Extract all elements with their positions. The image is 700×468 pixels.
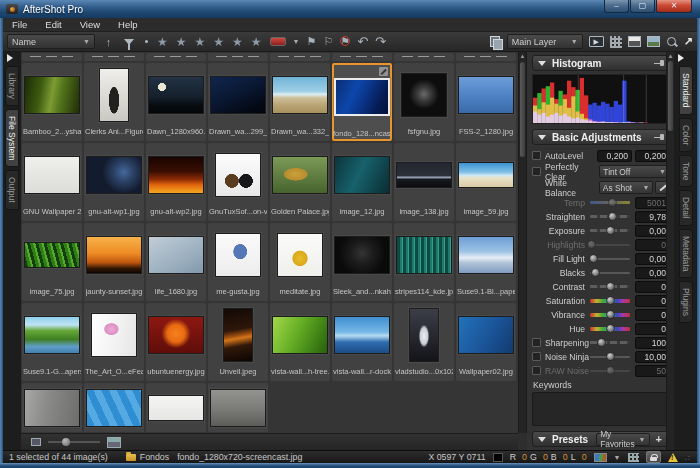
- exposure-slider-knob[interactable]: [606, 226, 615, 235]
- rotate-right-icon[interactable]: ↷: [375, 34, 386, 49]
- thumbnail-golden-palace-jpg[interactable]: Golden Palace.jpg: [270, 143, 330, 221]
- color-label-swatch[interactable]: [270, 37, 286, 46]
- scroll-up-icon[interactable]: ▲: [519, 52, 526, 60]
- presets-collection-select[interactable]: My Favorites ▼: [596, 433, 649, 446]
- tab-detail[interactable]: Detail: [679, 190, 693, 226]
- thumbnail-fondo-128-ncast-jpg[interactable]: fondo_128...ncast.jpg: [332, 63, 392, 141]
- thumbnail-sleek-and-nkahn-jpg[interactable]: Sleek_and...nkahn.jpg: [332, 223, 392, 301]
- flag-checkered-icon[interactable]: ⚐: [323, 35, 333, 48]
- thumbnail-gnu-wallpaper-2-jpg[interactable]: GNU Wallpaper 2.jpg: [22, 143, 82, 221]
- vibrance-slider-knob[interactable]: [606, 310, 615, 319]
- thumbnail-bamboo-2-ysha-jpg[interactable]: Bamboo_2...ysha.jpg: [22, 63, 82, 141]
- browse-view-icon[interactable]: [628, 36, 641, 47]
- thumbnail-clerks-ani-figure-jpg[interactable]: Clerks Ani...Figure.jpg: [84, 63, 144, 141]
- image-view-icon[interactable]: [647, 36, 660, 47]
- contrast-value[interactable]: 0: [635, 281, 670, 293]
- close-button[interactable]: ✕: [656, 0, 692, 13]
- large-thumbnails-icon[interactable]: [107, 437, 121, 448]
- warning-icon[interactable]: [668, 453, 678, 462]
- current-folder[interactable]: Fondos: [126, 452, 169, 462]
- hue-value[interactable]: 0: [635, 323, 670, 335]
- tab-standard[interactable]: Standard: [679, 66, 693, 115]
- blacks-value[interactable]: 0,00: [635, 267, 670, 279]
- pin-icon[interactable]: [654, 133, 664, 141]
- panel-scrollbar-thumb[interactable]: [668, 61, 673, 131]
- thumbnail-ubuntuenergy-jpg[interactable]: ubuntuenergy.jpg: [146, 303, 206, 381]
- lock-icon[interactable]: [646, 451, 661, 463]
- vibrance-value[interactable]: 0: [635, 309, 670, 321]
- grid-scrollbar[interactable]: ▲: [518, 52, 527, 433]
- contrast-slider-knob[interactable]: [606, 282, 615, 291]
- rating-star-icon[interactable]: ★: [195, 35, 207, 49]
- thumbnail-gnutuxsof-on-v1-jpg[interactable]: GnuTuxSof...on-v1.jpg: [208, 143, 268, 221]
- straighten-value[interactable]: 9,78: [635, 211, 670, 223]
- thumbnail-suse9-1-g-apers-jpg[interactable]: Suse9.1-G...apers.jpg: [22, 303, 82, 381]
- temp-slider-knob[interactable]: [608, 198, 617, 207]
- rating-star-icon[interactable]: ★: [213, 35, 225, 49]
- menu-file[interactable]: File: [3, 18, 36, 31]
- tint-select[interactable]: Tint Off ▼: [599, 165, 670, 178]
- white-balance-select[interactable]: As Shot ▼: [599, 181, 654, 194]
- raw-noise-slider-knob[interactable]: [606, 366, 615, 375]
- tab-color[interactable]: Color: [679, 118, 693, 152]
- tab-output[interactable]: Output: [5, 170, 19, 210]
- thumbnail-fsfgnu-jpg[interactable]: fsfgnu.jpg: [394, 63, 454, 141]
- thumbnail-vista-wall-r-dock-jpg[interactable]: vista-wall...r-dock.jpg: [332, 303, 392, 381]
- magnifier-icon[interactable]: [666, 36, 678, 48]
- fullscreen-icon[interactable]: ↗: [684, 35, 693, 48]
- blacks-slider[interactable]: [590, 272, 630, 274]
- basic-adjustments-header[interactable]: Basic Adjustments: [532, 129, 670, 145]
- thumbnail-image-12-jpg[interactable]: image_12.jpg: [332, 143, 392, 221]
- grid-overlay-icon[interactable]: [628, 453, 639, 462]
- rating-star-icon[interactable]: ★: [176, 35, 188, 49]
- sharpening-slider[interactable]: [590, 341, 630, 344]
- raw-noise-slider[interactable]: [590, 370, 630, 372]
- keywords-input[interactable]: [532, 392, 670, 426]
- rating-star-icon[interactable]: ★: [157, 35, 169, 49]
- menu-edit[interactable]: Edit: [36, 18, 70, 31]
- minimize-button[interactable]: –: [604, 0, 629, 13]
- exposure-slider[interactable]: [590, 229, 630, 232]
- saturation-value[interactable]: 0: [635, 295, 670, 307]
- thumbnail-dawn-1280x960-jpg[interactable]: Dawn_1280x960.jpg: [146, 63, 206, 141]
- temp-value[interactable]: 5001: [635, 197, 670, 209]
- highlights-slider[interactable]: [590, 244, 630, 246]
- temp-slider[interactable]: [590, 201, 630, 204]
- soft-proof-icon[interactable]: [594, 453, 607, 462]
- thumbnail-gnu-alt-wp1-jpg[interactable]: gnu-alt-wp1.jpg: [84, 143, 144, 221]
- fill-light-slider[interactable]: [590, 258, 630, 260]
- contrast-slider[interactable]: [590, 285, 630, 288]
- saturation-slider-knob[interactable]: [606, 296, 615, 305]
- perfectly-clear-checkbox[interactable]: [532, 167, 541, 176]
- noise-ninja-slider-knob[interactable]: [606, 352, 615, 361]
- flag-reject-icon[interactable]: ⚑: [340, 35, 350, 48]
- tab-library[interactable]: Library: [5, 66, 19, 106]
- maximize-button[interactable]: ▢: [630, 0, 655, 13]
- thumbnail-drawn-wa-299-jpg[interactable]: Drawn_wa...299_.jpg: [208, 63, 268, 141]
- hue-slider[interactable]: [590, 327, 630, 331]
- vibrance-slider[interactable]: [590, 313, 630, 317]
- layer-select[interactable]: Main Layer ▼: [507, 34, 583, 49]
- thumbnail-image[interactable]: [146, 383, 206, 432]
- sharpening-checkbox[interactable]: [532, 338, 541, 347]
- collapse-left-panel-arrow[interactable]: [7, 54, 13, 62]
- rating-none-icon[interactable]: [145, 40, 148, 43]
- highlights-slider-knob[interactable]: [587, 240, 596, 249]
- thumbnail-suse9-1-bl-papers-jpg[interactable]: Suse9.1-Bl...papers.jpg: [456, 223, 516, 301]
- thumbnail-image[interactable]: [22, 383, 82, 432]
- sort-by-select[interactable]: Name ▼: [7, 34, 95, 49]
- thumbnail-image-138-jpg[interactable]: image_138.jpg: [394, 143, 454, 221]
- tab-tone[interactable]: Tone: [679, 155, 693, 187]
- autolevel-low-value[interactable]: 0,200: [597, 150, 632, 162]
- small-thumbnails-icon[interactable]: [31, 438, 41, 446]
- noise-ninja-checkbox[interactable]: [532, 352, 541, 361]
- saturation-slider[interactable]: [590, 299, 630, 303]
- thumbnail-jaunty-sunset-jpg[interactable]: jaunty-sunset.jpg: [84, 223, 144, 301]
- rotate-left-icon[interactable]: ↶: [357, 34, 368, 49]
- noise-ninja-value[interactable]: 10,00: [635, 351, 670, 363]
- thumbnail-wallpaper02-jpg[interactable]: Wallpaper02.jpg: [456, 303, 516, 381]
- filter-icon[interactable]: [124, 39, 134, 45]
- thumbnail-image[interactable]: [208, 383, 268, 432]
- rating-star-icon[interactable]: ★: [251, 35, 263, 49]
- thumbnail-gnu-alt-wp2-jpg[interactable]: gnu-alt-wp2.jpg: [146, 143, 206, 221]
